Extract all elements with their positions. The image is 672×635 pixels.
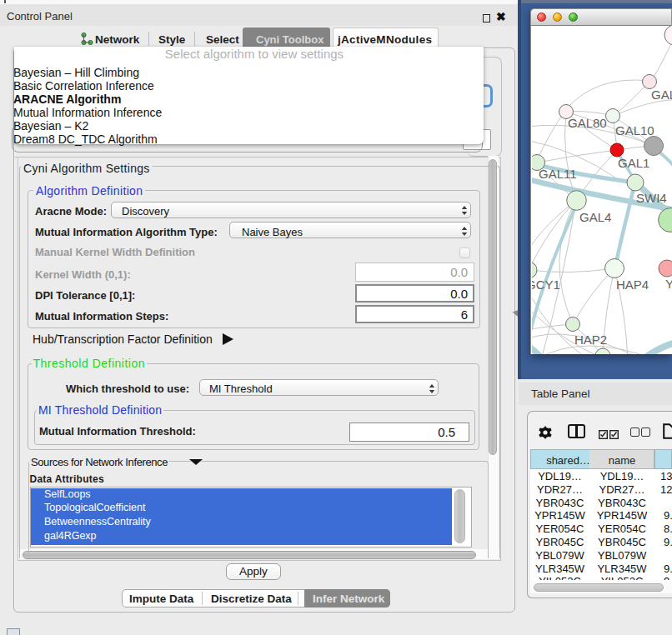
svg-text:GAL10: GAL10: [615, 123, 654, 138]
svg-text:GAL1: GAL1: [618, 156, 649, 170]
svg-text:GAL4: GAL4: [579, 210, 611, 224]
svg-text:GCY1: GCY1: [532, 278, 560, 292]
svg-text:GAL80: GAL80: [568, 116, 607, 130]
svg-text:GAL11: GAL11: [539, 167, 577, 181]
svg-text:SWI4: SWI4: [636, 191, 667, 205]
svg-text:YJ: YJ: [665, 277, 672, 291]
svg-text:HAP4: HAP4: [616, 278, 649, 292]
svg-text:HAP2: HAP2: [574, 332, 607, 347]
svg-text:GAL7: GAL7: [651, 88, 672, 102]
